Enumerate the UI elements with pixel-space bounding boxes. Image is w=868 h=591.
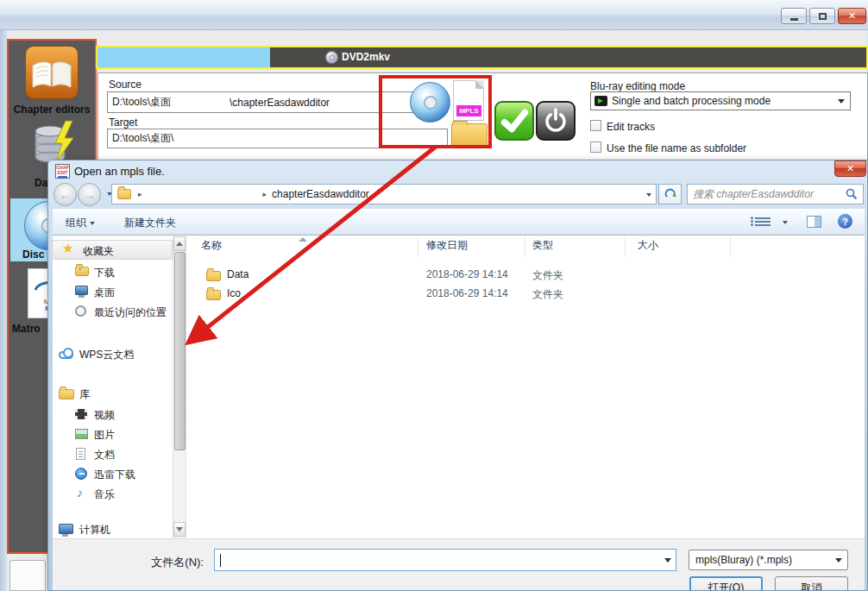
organize-menu[interactable]: 组织 [66, 216, 95, 230]
nav-downloads[interactable]: 下载 [94, 266, 115, 280]
sidebar-item-matro[interactable]: Matro [12, 323, 41, 335]
views-chevron-icon[interactable] [783, 221, 788, 224]
filename-dropdown-button[interactable] [660, 550, 675, 569]
refresh-button[interactable] [658, 184, 682, 204]
forward-button[interactable]: → [78, 183, 101, 206]
nav-desktop[interactable]: 桌面 [94, 286, 115, 300]
edit-tracks-checkbox[interactable] [590, 120, 601, 131]
desktop-icon [75, 286, 88, 295]
sidebar-item-chapter-editors[interactable]: Chapter editors [9, 104, 95, 116]
file-name: Data [227, 268, 248, 280]
maximize-button[interactable] [809, 8, 835, 24]
libraries-icon [59, 389, 74, 399]
close-icon: ✕ [846, 163, 854, 174]
refresh-icon [664, 188, 676, 200]
search-icon [846, 188, 858, 200]
dialog-close-button[interactable]: ✕ [834, 160, 866, 177]
mode-icon [594, 96, 607, 106]
source-path-suffix: \chapterEasdawdditor [230, 97, 330, 109]
open-mpls-dialog: CHAPEDIT Open an mpls file. ✕ ← → ▸ ▸ ch… [47, 160, 868, 591]
maximize-icon [819, 13, 827, 20]
nav-favorites[interactable]: 收藏夹 [83, 244, 114, 259]
tab-inactive[interactable] [97, 47, 270, 67]
pictures-icon [75, 429, 88, 439]
folder-icon [206, 271, 221, 281]
filetype-select[interactable]: mpls(Bluray) (*.mpls) [689, 550, 848, 570]
file-name: Ico [227, 287, 241, 299]
cancel-button[interactable]: 取消 [775, 576, 848, 591]
recent-places-icon [75, 305, 86, 317]
computer-icon [59, 524, 73, 534]
window-titlebar: ✕ [0, 0, 868, 30]
sort-ascending-icon [299, 237, 307, 242]
minimize-icon [790, 18, 798, 21]
subfolder-label: Use the file name as subfolder [607, 142, 746, 154]
scroll-up-icon [176, 242, 183, 246]
target-path: D:\tools\桌面\ [112, 131, 173, 146]
back-button[interactable]: ← [53, 183, 77, 206]
nav-music[interactable]: 音乐 [94, 487, 115, 502]
nav-wps-cloud[interactable]: WPS云文档 [79, 348, 134, 362]
help-button[interactable]: ? [838, 214, 852, 229]
nav-recent-places[interactable]: 最近访问的位置 [94, 305, 167, 320]
scroll-up-button[interactable] [173, 236, 186, 251]
power-icon [541, 106, 570, 135]
bluray-mode-label: Blu-ray editing mode [590, 80, 685, 92]
new-folder-button[interactable]: 新建文件夹 [124, 216, 176, 230]
breadcrumb-separator: ▸ [374, 190, 379, 198]
nav-libraries[interactable]: 库 [79, 387, 90, 402]
nav-videos[interactable]: 视频 [94, 408, 115, 423]
address-dropdown-icon[interactable] [646, 193, 651, 197]
book-icon[interactable] [25, 46, 79, 99]
filename-input[interactable] [214, 549, 676, 571]
chevron-down-icon [90, 222, 95, 225]
edit-tracks-label: Edit tracks [607, 121, 655, 133]
nav-scrollbar[interactable] [173, 236, 186, 538]
chapedit-app-icon: CHAPEDIT [55, 164, 70, 179]
breadcrumb[interactable]: ▸ ▸ chapterEasdawdditor ▸ [111, 184, 657, 204]
column-header-date[interactable]: 修改日期 [426, 238, 468, 253]
nav-thunder-downloads[interactable]: 迅雷下载 [94, 468, 135, 482]
source-disc-icon[interactable] [410, 82, 450, 123]
folder-icon [206, 290, 221, 300]
nav-documents[interactable]: 文档 [94, 448, 115, 462]
mode-select[interactable]: Single and batch processing mode [590, 91, 851, 110]
preview-pane-button[interactable] [807, 216, 821, 228]
sidebar-item-disc[interactable]: Disc [22, 248, 44, 261]
search-placeholder: 搜索 chapterEasdawdditor [693, 187, 846, 202]
documents-icon [76, 448, 85, 460]
source-input[interactable]: D:\tools\桌面\chapterEasdawdditor [107, 91, 448, 113]
nav-pictures[interactable]: 图片 [94, 428, 115, 443]
scroll-down-icon [176, 527, 183, 531]
column-header-size[interactable]: 大小 [638, 238, 658, 253]
mpls-tag-label: MPLS [456, 105, 481, 116]
scroll-down-button[interactable] [173, 522, 186, 537]
breadcrumb-current-folder[interactable]: chapterEasdawdditor [272, 188, 369, 200]
open-button[interactable]: 打开(O) [689, 576, 763, 591]
table-row[interactable]: Ico 2018-06-29 14:14 文件夹 [187, 285, 864, 304]
column-header-name[interactable]: 名称 [201, 238, 222, 253]
scrollbar-thumb[interactable] [174, 252, 186, 450]
source-label: Source [109, 79, 142, 91]
window-bottom-panel [9, 560, 46, 591]
power-button[interactable] [536, 101, 576, 141]
subfolder-checkbox[interactable] [590, 141, 601, 153]
search-input[interactable]: 搜索 chapterEasdawdditor [687, 184, 864, 204]
wps-cloud-icon [59, 351, 73, 359]
views-button[interactable] [755, 216, 771, 229]
chevron-down-icon [835, 558, 842, 563]
target-folder-icon[interactable] [451, 123, 487, 146]
close-button[interactable]: ✕ [838, 8, 866, 24]
target-label: Target [109, 116, 137, 129]
target-input[interactable]: D:\tools\桌面\ [107, 129, 448, 148]
confirm-button[interactable] [494, 101, 534, 141]
breadcrumb-separator: ▸ [138, 190, 142, 198]
mpls-file-icon[interactable]: MPLS [453, 80, 484, 121]
minimize-button[interactable] [781, 8, 807, 24]
nav-computer[interactable]: 计算机 [79, 523, 110, 538]
tab-dvd2mkv[interactable]: DVD2mkv [342, 51, 390, 63]
thunder-download-icon [75, 468, 87, 480]
close-icon: ✕ [848, 10, 856, 22]
column-header-type[interactable]: 类型 [532, 238, 553, 253]
table-row[interactable]: Data 2018-06-29 14:14 文件夹 [187, 266, 864, 285]
